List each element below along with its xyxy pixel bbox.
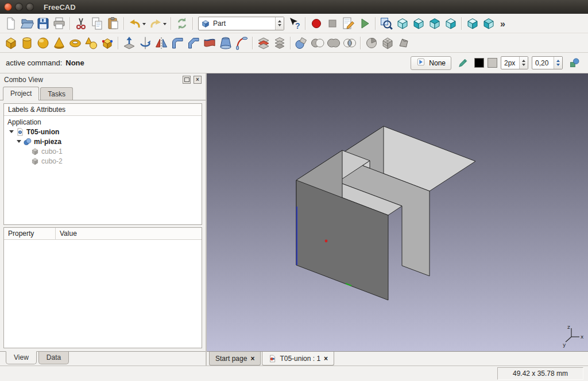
paste-button[interactable] (105, 15, 121, 32)
new-document-button[interactable] (3, 15, 19, 32)
window-close-button[interactable] (4, 3, 12, 11)
revolve-button[interactable] (137, 35, 153, 51)
document-tab-start-page[interactable]: Start page (209, 352, 261, 366)
workbench-selector-arrows[interactable] (275, 17, 284, 30)
mesh-cube-button[interactable] (380, 35, 396, 51)
selection-filter-button[interactable]: None (411, 56, 451, 70)
3d-scene[interactable] (207, 73, 587, 351)
tree-node-mi-pieza[interactable]: mi-pieza (4, 137, 202, 146)
spin-down-icon[interactable] (522, 64, 525, 66)
tree-node-label: T05-union (26, 128, 59, 136)
view-front-button[interactable] (411, 15, 427, 32)
expander-icon[interactable] (9, 130, 14, 133)
3d-viewport[interactable]: zxy (207, 73, 588, 351)
cut-button[interactable] (73, 15, 89, 32)
fillet-button[interactable] (169, 35, 185, 51)
axis-labels: zxy (563, 324, 584, 348)
cut-icon (74, 17, 88, 30)
spin-up-icon[interactable] (556, 60, 560, 62)
tree-node-T05-union[interactable]: T05-union (4, 127, 202, 137)
box-button[interactable] (3, 35, 19, 51)
point-size-spinbox[interactable]: 0,20 (532, 56, 563, 69)
property-table-body[interactable] (4, 240, 202, 348)
appearance-button[interactable] (566, 55, 582, 71)
line-width-spin-arrows[interactable] (519, 57, 528, 69)
spin-up-icon[interactable] (522, 60, 525, 62)
cone-button[interactable] (51, 35, 67, 51)
undo-button[interactable] (127, 15, 143, 32)
toolbar-overflow-button[interactable]: » (497, 15, 513, 32)
cylinder-button[interactable] (19, 35, 35, 51)
face-color-swatch[interactable] (488, 58, 497, 68)
panel-close-button[interactable] (194, 76, 202, 84)
view-front-icon (412, 17, 425, 30)
boolean-button[interactable] (293, 35, 310, 51)
toolbar-separator (171, 17, 172, 30)
undo-dropdown-arrow-icon[interactable] (142, 23, 146, 25)
line-color-swatch[interactable] (474, 58, 484, 68)
extrude-icon (122, 36, 136, 50)
view-right-button[interactable] (443, 15, 459, 32)
tab-tasks[interactable]: Tasks (40, 87, 73, 100)
macro-record-button[interactable] (308, 15, 324, 32)
cross-sections-button[interactable] (272, 35, 288, 51)
bottom-tab-data[interactable]: Data (38, 352, 69, 364)
bool-common-button[interactable] (342, 35, 358, 51)
loft-button[interactable] (218, 35, 234, 51)
spin-down-icon[interactable] (556, 64, 560, 66)
primitives-button[interactable] (83, 35, 99, 51)
extrude-button[interactable] (121, 35, 137, 51)
tree-cube-icon (31, 157, 39, 165)
ruled-surface-button[interactable] (202, 35, 218, 51)
mirror-button[interactable] (153, 35, 169, 51)
refresh-icon (175, 17, 189, 30)
tree-node-cubo-2[interactable]: cubo-2 (4, 156, 202, 166)
view-fit-all-button[interactable] (378, 15, 394, 32)
print-button[interactable] (51, 15, 67, 32)
macro-stop-button[interactable] (324, 15, 341, 32)
tab-project[interactable]: Project (3, 87, 39, 100)
tree-node-cubo-1[interactable]: cubo-1 (4, 146, 202, 156)
whats-this-button[interactable]: ? (287, 15, 303, 32)
close-tab-icon[interactable] (250, 355, 254, 363)
property-column-header: Property (4, 228, 56, 239)
refresh-button[interactable] (174, 15, 190, 32)
solid-mi-pieza[interactable] (296, 126, 475, 300)
sphere-button[interactable] (35, 35, 51, 51)
spin-up-icon[interactable] (278, 20, 281, 22)
shape-sphere-button[interactable] (363, 35, 380, 51)
spin-down-icon[interactable] (278, 24, 281, 26)
edit-style-button[interactable] (455, 55, 471, 71)
sweep-button[interactable] (234, 35, 250, 51)
document-tab-t05-union-1[interactable]: T05-union : 1 (262, 352, 334, 366)
view-top-button[interactable] (427, 15, 443, 32)
window-minimize-button[interactable] (15, 3, 23, 11)
copy-button[interactable] (89, 15, 105, 32)
line-width-spinbox[interactable]: 2px (501, 56, 528, 69)
macro-play-button[interactable] (357, 15, 373, 32)
window-maximize-button[interactable] (26, 3, 34, 11)
bool-union-button[interactable] (326, 35, 342, 51)
torus-button[interactable] (67, 35, 83, 51)
bool-cut-button[interactable] (310, 35, 326, 51)
view-axonometric-button[interactable] (394, 15, 411, 32)
tree-root-application[interactable]: Application (4, 117, 202, 127)
section-button[interactable] (256, 35, 272, 51)
chamfer-button[interactable] (185, 35, 202, 51)
point-size-spin-arrows[interactable] (554, 57, 562, 69)
defeature-button[interactable] (396, 35, 412, 51)
bottom-tab-view[interactable]: View (6, 351, 37, 364)
open-folder-button[interactable] (19, 15, 35, 32)
view-rear-button[interactable] (465, 15, 481, 32)
shape-builder-button[interactable] (99, 35, 115, 51)
redo-button[interactable] (148, 15, 164, 32)
close-tab-icon[interactable] (324, 355, 328, 363)
expander-icon[interactable] (16, 140, 21, 143)
redo-dropdown-arrow-icon[interactable] (163, 23, 167, 25)
panel-float-button[interactable] (183, 76, 191, 84)
save-button[interactable] (35, 15, 51, 32)
workbench-selector[interactable]: Part (198, 17, 284, 30)
macro-edit-button[interactable] (341, 15, 357, 32)
view-bottom-button[interactable] (481, 15, 497, 32)
titlebar[interactable]: FreeCAD (0, 0, 588, 14)
